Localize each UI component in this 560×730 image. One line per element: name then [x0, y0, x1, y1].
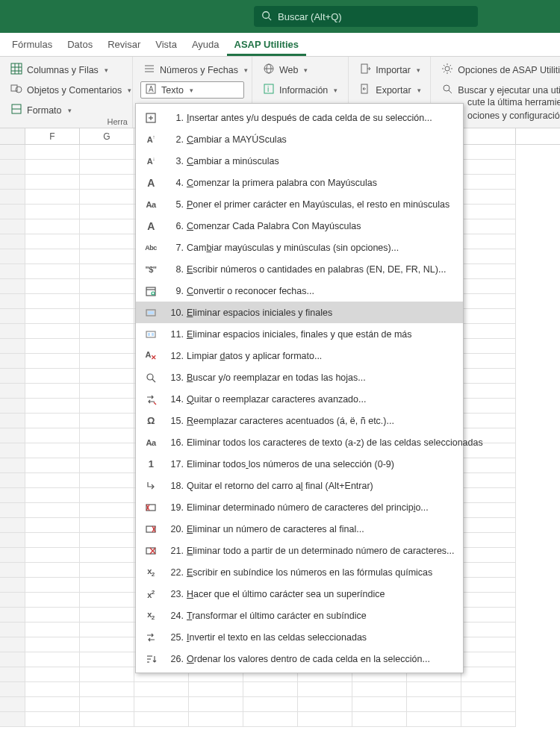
cmd-informacion[interactable]: i Información▾	[260, 81, 340, 99]
menu-item-label: 18.Quitar el retorno del carro al final …	[167, 481, 373, 491]
menu-item-14[interactable]: 14.Quitar o reemplazar caracteres avanza…	[136, 388, 463, 410]
svg-line-38	[152, 379, 155, 382]
menu-item-2[interactable]: A↑2.Cambiar a MAYÚSculas	[136, 128, 463, 150]
col-header[interactable]: G	[80, 128, 134, 144]
cmd-formato[interactable]: Formato▾	[7, 102, 125, 119]
chevron-down-icon: ▾	[334, 87, 337, 94]
menu-item-12[interactable]: A✕12.Limpiar datos y aplicar formato...	[136, 345, 463, 366]
A-big-icon: A	[143, 219, 158, 233]
svg-rect-36	[152, 333, 154, 336]
cmd-objetos-comentarios[interactable]: Objetos y Comentarios▾	[7, 81, 125, 99]
web-icon	[263, 63, 275, 77]
menu-item-16[interactable]: Aa16.Eliminar todos los caracteres de te…	[136, 431, 463, 453]
sort-icon	[143, 652, 158, 666]
menu-item-label: 2.Cambiar a MAYÚSculas	[167, 134, 287, 145]
cmd-numeros-fechas[interactable]: Números y Fechas▾	[140, 61, 244, 78]
menu-item-label: 7.Cambiar mayúsculas y minúsculas (sin o…	[167, 243, 399, 253]
tab-asap-utilities[interactable]: ASAP Utilities	[227, 34, 306, 56]
tab-ayuda[interactable]: Ayuda	[184, 34, 227, 56]
Abc-icon: Abc	[143, 241, 158, 255]
export-icon	[359, 83, 371, 97]
menu-item-11[interactable]: 11.Eliminar espacios iniciales, finales …	[136, 323, 463, 345]
menu-item-19[interactable]: 19.Eliminar determinado número de caract…	[136, 496, 463, 518]
search-icon	[143, 371, 158, 384]
svg-point-31	[152, 292, 155, 295]
menu-item-label: 21.Eliminar todo a partir de un determin…	[167, 546, 455, 556]
menu-item-label: 3.Cambiar a minúsculas	[167, 156, 279, 166]
col-header[interactable]: F	[25, 128, 80, 144]
menu-item-25[interactable]: 25.Invertir el texto en las celdas selec…	[136, 626, 463, 648]
cmd-exportar[interactable]: Exportar▾	[356, 81, 423, 99]
menu-item-1[interactable]: 1.Insertar antes y/u después de cada cel…	[136, 107, 463, 128]
menu-item-label: 10.Eliminar espacios iniciales y finales	[167, 308, 332, 318]
svg-line-25	[449, 90, 452, 93]
menu-item-15[interactable]: Ω15.Reemplazar caracteres acentuados (á,…	[136, 410, 463, 431]
col-header[interactable]	[461, 128, 516, 144]
tab-revisar[interactable]: Revisar	[100, 34, 148, 56]
svg-point-0	[263, 11, 270, 18]
menu-item-label: 1.Insertar antes y/u después de cada cel…	[167, 113, 432, 123]
menu-item-8[interactable]: "$"8.Escribir números o cantidades en pa…	[136, 258, 463, 280]
texto-dropdown-menu: 1.Insertar antes y/u después de cada cel…	[135, 103, 464, 673]
partial-text-ociones: ociones y configuración	[467, 110, 560, 121]
title-bar: Buscar (Alt+Q)	[0, 0, 560, 33]
numbers-icon	[143, 63, 155, 77]
chevron-down-icon: ▾	[68, 107, 72, 114]
menu-item-label: 12.Limpiar datos y aplicar formato...	[167, 351, 322, 361]
menu-item-label: 16.Eliminar todos los caracteres de text…	[167, 437, 483, 448]
svg-text:A: A	[149, 85, 154, 93]
menu-item-18[interactable]: 18.Quitar el retorno del carro al final …	[136, 475, 463, 496]
A-big-icon: A	[143, 176, 158, 190]
search-icon	[261, 10, 272, 23]
menu-item-26[interactable]: 26.Ordenar los valores dentro de cada ce…	[136, 648, 463, 670]
gear-icon	[441, 63, 453, 77]
menu-item-20[interactable]: 20.Eliminar un número de caracteres al f…	[136, 518, 463, 540]
A-down-icon: A↓	[143, 155, 158, 168]
cmd-opciones-asap[interactable]: Opciones de ASAP Utilitie	[438, 61, 560, 78]
invert-icon	[143, 631, 158, 644]
menu-item-22[interactable]: x222.Escribir en subíndice los números e…	[136, 561, 463, 583]
cmd-web[interactable]: Web▾	[260, 61, 340, 78]
menu-item-10[interactable]: 10.Eliminar espacios iniciales y finales	[136, 302, 463, 323]
menu-item-label: 14.Quitar o reemplazar caracteres avanza…	[167, 394, 366, 405]
trim2-icon	[143, 328, 158, 341]
insert-icon	[143, 111, 158, 125]
menu-item-21[interactable]: 21.Eliminar todo a partir de un determin…	[136, 540, 463, 561]
menu-item-6[interactable]: A6.Comenzar Cada Palabra Con Mayúsculas	[136, 215, 463, 237]
menu-item-label: 11.Eliminar espacios iniciales, finales …	[167, 329, 412, 340]
menu-item-label: 6.Comenzar Cada Palabra Con Mayúsculas	[167, 221, 361, 231]
cmd-texto[interactable]: A Texto▾	[140, 81, 244, 99]
return-icon	[143, 479, 158, 493]
chevron-down-icon: ▾	[190, 87, 193, 94]
cmd-columnas-filas[interactable]: Columnas y Filas▾	[7, 61, 125, 78]
menu-item-label: 24.Transformar el último carácter en sub…	[167, 611, 367, 621]
menu-item-label: 19.Eliminar determinado número de caract…	[167, 502, 429, 513]
menu-item-13[interactable]: 13.Buscar y/o reemplazar en todas las ho…	[136, 366, 463, 388]
menu-item-24[interactable]: x224.Transformar el último carácter en s…	[136, 605, 463, 626]
menu-item-5[interactable]: Aa5.Poner el primer carácter en Mayúscul…	[136, 193, 463, 215]
menu-item-label: 20.Eliminar un número de caracteres al f…	[167, 524, 364, 534]
menu-item-17[interactable]: 117.Eliminar todos los números de una se…	[136, 453, 463, 475]
menu-item-23[interactable]: x223.Hacer que el último carácter sea un…	[136, 583, 463, 605]
clean-icon: A✕	[143, 349, 158, 363]
tab-formulas[interactable]: Fórmulas	[4, 34, 60, 56]
svg-point-23	[445, 66, 449, 71]
omega-icon: Ω	[143, 414, 158, 428]
cmd-importar[interactable]: Importar▾	[356, 61, 423, 78]
menu-item-9[interactable]: 9.Convertir o reconocer fechas...	[136, 280, 463, 302]
A-up-icon: A↑	[143, 133, 158, 146]
title-search-box[interactable]: Buscar (Alt+Q)	[254, 6, 478, 27]
cmd-buscar-ejecutar[interactable]: Buscar y ejecutar una utili	[438, 81, 560, 99]
tab-datos[interactable]: Datos	[60, 34, 100, 56]
menu-item-7[interactable]: Abc7.Cambiar mayúsculas y minúsculas (si…	[136, 237, 463, 258]
svg-line-39	[154, 402, 156, 405]
svg-rect-21	[361, 64, 367, 73]
svg-point-37	[147, 374, 153, 380]
info-icon: i	[263, 83, 275, 97]
chevron-down-icon: ▾	[417, 66, 420, 74]
menu-item-3[interactable]: A↓3.Cambiar a minúsculas	[136, 150, 463, 172]
menu-item-4[interactable]: A4.Comenzar la primera palabra con Mayús…	[136, 172, 463, 193]
trim-icon	[143, 306, 158, 319]
Aa-icon: Aa	[143, 436, 158, 449]
tab-vista[interactable]: Vista	[148, 34, 184, 56]
